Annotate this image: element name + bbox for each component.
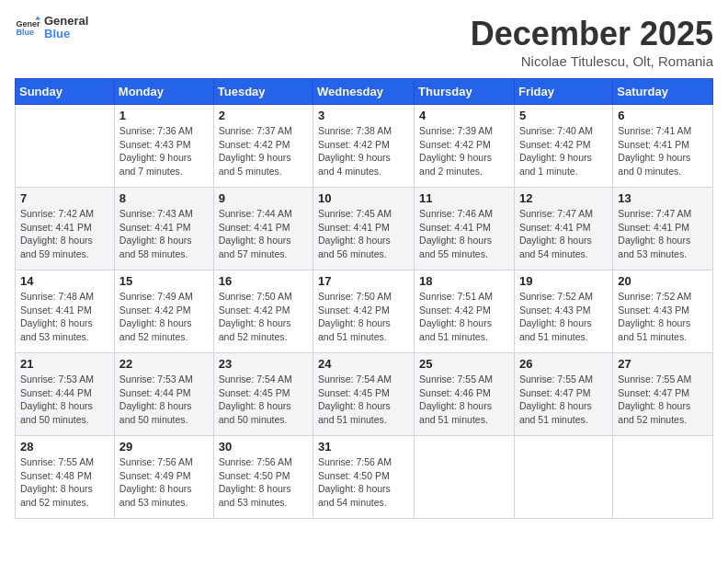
cell-w0-d4: 4Sunrise: 7:39 AMSunset: 4:42 PMDaylight… (415, 105, 515, 188)
day-info: Sunrise: 7:52 AMSunset: 4:43 PMDaylight:… (519, 290, 608, 344)
cell-w0-d1: 1Sunrise: 7:36 AMSunset: 4:43 PMDaylight… (114, 105, 213, 188)
day-info: Sunrise: 7:43 AMSunset: 4:41 PMDaylight:… (119, 207, 209, 261)
cell-w0-d3: 3Sunrise: 7:38 AMSunset: 4:42 PMDaylight… (313, 105, 415, 188)
day-info: Sunrise: 7:55 AMSunset: 4:47 PMDaylight:… (519, 373, 608, 427)
day-info: Sunrise: 7:56 AMSunset: 4:49 PMDaylight:… (119, 455, 209, 510)
header-sunday: Sunday (16, 79, 115, 105)
day-number: 15 (119, 274, 209, 288)
day-info: Sunrise: 7:53 AMSunset: 4:44 PMDaylight:… (119, 373, 209, 427)
cell-w3-d2: 23Sunrise: 7:54 AMSunset: 4:45 PMDayligh… (213, 353, 313, 436)
day-info: Sunrise: 7:56 AMSunset: 4:50 PMDaylight:… (219, 455, 308, 510)
cell-w0-d2: 2Sunrise: 7:37 AMSunset: 4:42 PMDaylight… (213, 105, 313, 188)
day-info: Sunrise: 7:46 AMSunset: 4:41 PMDaylight:… (419, 207, 509, 261)
day-number: 5 (519, 109, 608, 122)
svg-text:Blue: Blue (16, 29, 34, 38)
day-info: Sunrise: 7:45 AMSunset: 4:41 PMDaylight:… (318, 207, 409, 261)
day-info: Sunrise: 7:48 AMSunset: 4:41 PMDaylight:… (20, 290, 109, 344)
header-wednesday: Wednesday (313, 79, 415, 105)
day-info: Sunrise: 7:38 AMSunset: 4:42 PMDaylight:… (318, 124, 409, 178)
month-title: December 2025 (471, 15, 713, 53)
cell-w4-d6 (613, 436, 713, 519)
day-number: 30 (219, 440, 308, 454)
cell-w0-d6: 6Sunrise: 7:41 AMSunset: 4:41 PMDaylight… (613, 105, 713, 188)
header-monday: Monday (114, 79, 213, 105)
day-number: 1 (119, 109, 209, 122)
header-thursday: Thursday (415, 79, 515, 105)
day-number: 3 (318, 109, 409, 122)
cell-w2-d4: 18Sunrise: 7:51 AMSunset: 4:42 PMDayligh… (415, 270, 515, 353)
cell-w2-d5: 19Sunrise: 7:52 AMSunset: 4:43 PMDayligh… (514, 270, 612, 353)
day-info: Sunrise: 7:47 AMSunset: 4:41 PMDaylight:… (618, 207, 708, 261)
cell-w3-d5: 26Sunrise: 7:55 AMSunset: 4:47 PMDayligh… (514, 353, 612, 436)
cell-w3-d6: 27Sunrise: 7:55 AMSunset: 4:47 PMDayligh… (613, 353, 713, 436)
cell-w1-d6: 13Sunrise: 7:47 AMSunset: 4:41 PMDayligh… (613, 188, 713, 270)
day-info: Sunrise: 7:51 AMSunset: 4:42 PMDaylight:… (419, 290, 509, 344)
day-info: Sunrise: 7:54 AMSunset: 4:45 PMDaylight:… (219, 373, 308, 427)
cell-w2-d6: 20Sunrise: 7:52 AMSunset: 4:43 PMDayligh… (613, 270, 713, 353)
cell-w1-d1: 8Sunrise: 7:43 AMSunset: 4:41 PMDaylight… (114, 188, 213, 270)
day-number: 28 (20, 440, 109, 454)
title-area: December 2025 Nicolae Titulescu, Olt, Ro… (471, 15, 713, 69)
day-number: 21 (20, 357, 109, 371)
day-info: Sunrise: 7:54 AMSunset: 4:45 PMDaylight:… (318, 373, 409, 427)
day-info: Sunrise: 7:50 AMSunset: 4:42 PMDaylight:… (318, 290, 409, 344)
day-number: 24 (318, 357, 409, 371)
cell-w2-d2: 16Sunrise: 7:50 AMSunset: 4:42 PMDayligh… (213, 270, 313, 353)
day-info: Sunrise: 7:44 AMSunset: 4:41 PMDaylight:… (219, 207, 308, 261)
day-number: 11 (419, 191, 509, 205)
day-number: 13 (618, 191, 708, 205)
cell-w2-d1: 15Sunrise: 7:49 AMSunset: 4:42 PMDayligh… (114, 270, 213, 353)
cell-w2-d0: 14Sunrise: 7:48 AMSunset: 4:41 PMDayligh… (16, 270, 115, 353)
logo-general: General (44, 15, 88, 28)
day-info: Sunrise: 7:36 AMSunset: 4:43 PMDaylight:… (119, 124, 209, 178)
cell-w1-d0: 7Sunrise: 7:42 AMSunset: 4:41 PMDaylight… (16, 188, 115, 270)
cell-w4-d3: 31Sunrise: 7:56 AMSunset: 4:50 PMDayligh… (313, 436, 415, 519)
day-number: 20 (618, 274, 708, 288)
day-info: Sunrise: 7:50 AMSunset: 4:42 PMDaylight:… (219, 290, 308, 344)
cell-w4-d2: 30Sunrise: 7:56 AMSunset: 4:50 PMDayligh… (213, 436, 313, 519)
day-number: 26 (519, 357, 608, 371)
cell-w3-d1: 22Sunrise: 7:53 AMSunset: 4:44 PMDayligh… (114, 353, 213, 436)
logo-icon: General Blue (15, 15, 40, 40)
cell-w3-d0: 21Sunrise: 7:53 AMSunset: 4:44 PMDayligh… (16, 353, 115, 436)
day-info: Sunrise: 7:52 AMSunset: 4:43 PMDaylight:… (618, 290, 708, 344)
day-info: Sunrise: 7:40 AMSunset: 4:42 PMDaylight:… (519, 124, 608, 178)
location-subtitle: Nicolae Titulescu, Olt, Romania (471, 53, 713, 69)
day-info: Sunrise: 7:41 AMSunset: 4:41 PMDaylight:… (618, 124, 708, 178)
day-number: 10 (318, 191, 409, 205)
day-number: 16 (219, 274, 308, 288)
day-info: Sunrise: 7:49 AMSunset: 4:42 PMDaylight:… (119, 290, 209, 344)
day-number: 27 (618, 357, 708, 371)
day-number: 22 (119, 357, 209, 371)
cell-w1-d3: 10Sunrise: 7:45 AMSunset: 4:41 PMDayligh… (313, 188, 415, 270)
day-info: Sunrise: 7:55 AMSunset: 4:46 PMDaylight:… (419, 373, 509, 427)
day-number: 6 (618, 109, 708, 122)
day-number: 8 (119, 191, 209, 205)
header-friday: Friday (514, 79, 612, 105)
calendar-table: SundayMondayTuesdayWednesdayThursdayFrid… (15, 78, 713, 519)
day-info: Sunrise: 7:53 AMSunset: 4:44 PMDaylight:… (20, 373, 109, 427)
svg-text:General: General (16, 19, 40, 29)
day-info: Sunrise: 7:47 AMSunset: 4:41 PMDaylight:… (519, 207, 608, 261)
calendar-header: SundayMondayTuesdayWednesdayThursdayFrid… (16, 79, 713, 105)
logo: General Blue General Blue (15, 15, 88, 41)
day-number: 2 (219, 109, 308, 122)
cell-w0-d5: 5Sunrise: 7:40 AMSunset: 4:42 PMDaylight… (514, 105, 612, 188)
cell-w4-d0: 28Sunrise: 7:55 AMSunset: 4:48 PMDayligh… (16, 436, 115, 519)
day-number: 29 (119, 440, 209, 454)
day-info: Sunrise: 7:39 AMSunset: 4:42 PMDaylight:… (419, 124, 509, 178)
day-number: 18 (419, 274, 509, 288)
day-number: 12 (519, 191, 608, 205)
day-info: Sunrise: 7:42 AMSunset: 4:41 PMDaylight:… (20, 207, 109, 261)
cell-w3-d3: 24Sunrise: 7:54 AMSunset: 4:45 PMDayligh… (313, 353, 415, 436)
day-number: 31 (318, 440, 409, 454)
day-info: Sunrise: 7:37 AMSunset: 4:42 PMDaylight:… (219, 124, 308, 178)
page-header: General Blue General Blue December 2025 … (15, 15, 713, 69)
cell-w4-d4 (415, 436, 515, 519)
svg-marker-2 (35, 17, 40, 20)
cell-w0-d0 (16, 105, 115, 188)
cell-w3-d4: 25Sunrise: 7:55 AMSunset: 4:46 PMDayligh… (415, 353, 515, 436)
day-number: 9 (219, 191, 308, 205)
day-number: 25 (419, 357, 509, 371)
logo-blue: Blue (44, 28, 88, 40)
